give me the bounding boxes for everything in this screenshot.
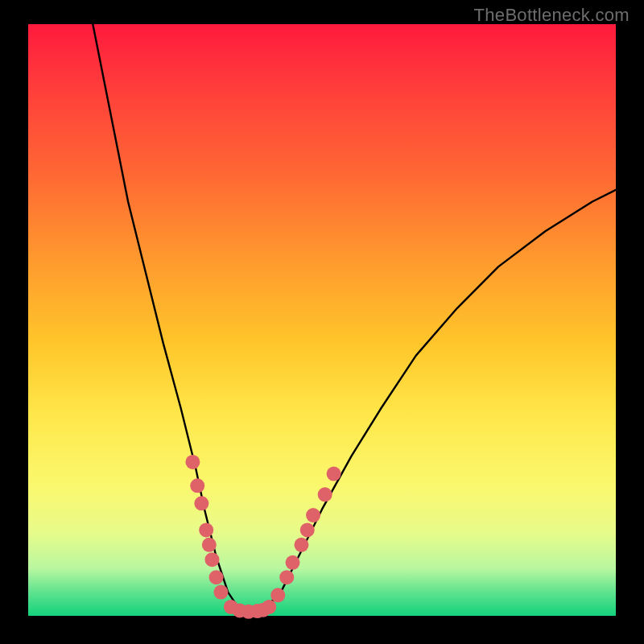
sample-dot: [194, 496, 208, 510]
sample-dot: [209, 570, 224, 584]
plot-area: [28, 24, 616, 616]
sample-dot: [294, 538, 308, 552]
sample-dot: [262, 600, 276, 614]
chart-frame: TheBottleneck.com: [0, 0, 644, 644]
watermark-text: TheBottleneck.com: [474, 5, 630, 26]
sample-dot: [327, 467, 341, 481]
sample-dot: [190, 478, 204, 493]
sample-dot: [270, 588, 285, 602]
sample-dots: [185, 455, 341, 619]
sample-dot: [199, 522, 213, 537]
bottleneck-curve: [93, 24, 616, 613]
sample-dot: [306, 508, 320, 522]
sample-dot: [185, 455, 200, 469]
sample-dot: [204, 552, 219, 567]
chart-svg: [28, 24, 616, 616]
sample-dot: [202, 538, 217, 552]
sample-dot: [300, 522, 315, 537]
sample-dot: [279, 570, 294, 584]
sample-dot: [213, 585, 228, 600]
sample-dot: [318, 487, 332, 502]
sample-dot: [286, 555, 300, 570]
